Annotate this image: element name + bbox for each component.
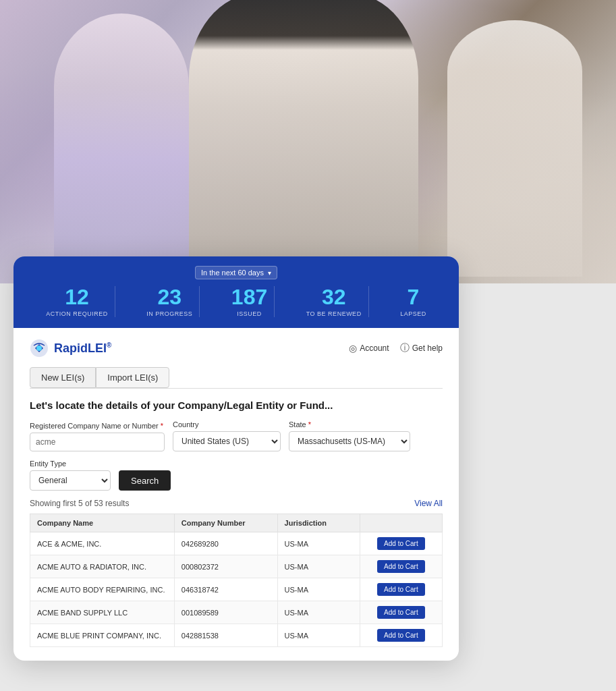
header-actions: ◎ Account ⓘ Get help	[349, 342, 443, 354]
card-body: RapidLEI® ◎ Account ⓘ Get help New LEI(s…	[13, 328, 459, 661]
company-name-input[interactable]	[30, 433, 165, 451]
cell-number-2: 046318742	[174, 578, 277, 601]
account-button[interactable]: ◎ Account	[349, 343, 389, 354]
add-to-cart-btn-4[interactable]: Add to Cart	[377, 629, 425, 642]
stat-label-3: TO BE RENEWED	[306, 310, 362, 317]
table-row: ACME BAND SUPPLY LLC 001089589 US-MA Add…	[30, 601, 443, 624]
cell-company-0: ACE & ACME, INC.	[30, 532, 175, 555]
table-row: ACME BLUE PRINT COMPANY, INC. 042881538 …	[30, 624, 443, 647]
cell-number-1: 000802372	[174, 555, 277, 578]
cell-company-2: ACME AUTO BODY REPAIRING, INC.	[30, 578, 175, 601]
cell-company-1: ACME AUTO & RADIATOR, INC.	[30, 555, 175, 578]
help-icon: ⓘ	[400, 342, 410, 354]
stat-item-0: 12 ACTION REQUIRED	[39, 286, 115, 317]
logo: RapidLEI®	[30, 339, 111, 358]
state-select[interactable]: Massachusetts (US-MA)	[289, 431, 410, 451]
tabs: New LEI(s) Import LEI(s)	[30, 367, 443, 389]
stat-number-0: 12	[46, 286, 108, 308]
get-help-button[interactable]: ⓘ Get help	[400, 342, 443, 354]
cell-company-4: ACME BLUE PRINT COMPANY, INC.	[30, 624, 175, 647]
stat-item-4: 7 LAPSED	[393, 286, 433, 317]
stat-item-2: 187 ISSUED	[225, 286, 275, 317]
state-required-marker: *	[308, 420, 311, 429]
table-row: ACME AUTO BODY REPAIRING, INC. 046318742…	[30, 578, 443, 601]
cell-action-4: Add to Cart	[360, 624, 442, 647]
cell-jurisdiction-1: US-MA	[277, 555, 360, 578]
view-all-link[interactable]: View All	[414, 499, 443, 508]
table-row: ACME AUTO & RADIATOR, INC. 000802372 US-…	[30, 555, 443, 578]
time-selector[interactable]: In the next 60 days ▾	[195, 266, 277, 279]
stat-label-4: LAPSED	[400, 310, 426, 317]
cell-action-0: Add to Cart	[360, 532, 442, 555]
hero-image	[0, 0, 616, 283]
account-icon: ◎	[349, 343, 357, 354]
cell-number-0: 042689280	[174, 532, 277, 555]
country-label: Country	[173, 420, 281, 429]
cell-number-4: 042881538	[174, 624, 277, 647]
card-header-nav: RapidLEI® ◎ Account ⓘ Get help	[30, 339, 443, 358]
person-left	[54, 13, 189, 256]
search-button[interactable]: Search	[119, 470, 171, 491]
svg-point-1	[36, 346, 42, 351]
logo-icon	[30, 339, 49, 358]
stats-row: 12 ACTION REQUIRED 23 IN PROGRESS 187 IS…	[27, 286, 445, 317]
form-row-2: Entity Type General Search	[30, 460, 443, 491]
results-tbody: ACE & ACME, INC. 042689280 US-MA Add to …	[30, 532, 443, 647]
entity-type-label: Entity Type	[30, 460, 111, 468]
add-to-cart-btn-3[interactable]: Add to Cart	[377, 606, 425, 619]
stat-item-3: 32 TO BE RENEWED	[300, 286, 369, 317]
stat-number-1: 23	[146, 286, 192, 308]
stat-number-3: 32	[306, 286, 362, 308]
cell-jurisdiction-3: US-MA	[277, 601, 360, 624]
cell-jurisdiction-4: US-MA	[277, 624, 360, 647]
country-select[interactable]: United States (US)	[173, 431, 281, 451]
entity-type-select[interactable]: General	[30, 470, 111, 491]
col-header-action	[360, 514, 442, 532]
table-header-row: Company Name Company Number Jurisdiction	[30, 514, 443, 532]
col-header-company: Company Name	[30, 514, 175, 532]
company-name-label: Registered Company Name or Number *	[30, 422, 165, 430]
time-selector-label: In the next 60 days	[201, 269, 264, 277]
stat-number-2: 187	[231, 286, 267, 308]
cell-number-3: 001089589	[174, 601, 277, 624]
account-label: Account	[360, 343, 389, 353]
stat-item-1: 23 IN PROGRESS	[140, 286, 200, 317]
table-header: Company Name Company Number Jurisdiction	[30, 514, 443, 532]
add-to-cart-btn-1[interactable]: Add to Cart	[377, 560, 425, 573]
cell-action-1: Add to Cart	[360, 555, 442, 578]
stat-number-4: 7	[400, 286, 426, 308]
results-table: Company Name Company Number Jurisdiction…	[30, 514, 443, 647]
cell-action-2: Add to Cart	[360, 578, 442, 601]
cell-company-3: ACME BAND SUPPLY LLC	[30, 601, 175, 624]
cell-jurisdiction-2: US-MA	[277, 578, 360, 601]
tab-new-lei[interactable]: New LEI(s)	[30, 367, 96, 388]
tab-import-lei[interactable]: Import LEI(s)	[96, 367, 169, 388]
entity-type-group: Entity Type General	[30, 460, 111, 491]
form-row-1: Registered Company Name or Number * Coun…	[30, 420, 443, 451]
stats-banner: In the next 60 days ▾ 12 ACTION REQUIRED…	[13, 256, 459, 328]
person-right	[447, 20, 582, 277]
get-help-label: Get help	[412, 343, 443, 353]
add-to-cart-btn-0[interactable]: Add to Cart	[377, 537, 425, 550]
col-header-number: Company Number	[174, 514, 277, 532]
results-header: Showing first 5 of 53 results View All	[30, 499, 443, 508]
stat-label-0: ACTION REQUIRED	[46, 310, 108, 317]
stat-label-1: IN PROGRESS	[146, 310, 192, 317]
country-group: Country United States (US)	[173, 420, 281, 451]
person-center	[189, 0, 418, 277]
results-count: Showing first 5 of 53 results	[30, 499, 129, 508]
cell-action-3: Add to Cart	[360, 601, 442, 624]
table-row: ACE & ACME, INC. 042689280 US-MA Add to …	[30, 532, 443, 555]
col-header-jurisdiction: Jurisdiction	[277, 514, 360, 532]
state-label: State *	[289, 420, 410, 429]
main-card: In the next 60 days ▾ 12 ACTION REQUIRED…	[13, 256, 459, 661]
add-to-cart-btn-2[interactable]: Add to Cart	[377, 583, 425, 596]
company-name-group: Registered Company Name or Number *	[30, 422, 165, 451]
state-group: State * Massachusetts (US-MA)	[289, 420, 410, 451]
cell-jurisdiction-0: US-MA	[277, 532, 360, 555]
form-title: Let's locate the details of your Company…	[30, 399, 443, 411]
chevron-down-icon: ▾	[268, 269, 271, 277]
required-marker: *	[161, 422, 163, 430]
stat-label-2: ISSUED	[231, 310, 267, 317]
logo-text: RapidLEI®	[54, 341, 111, 356]
